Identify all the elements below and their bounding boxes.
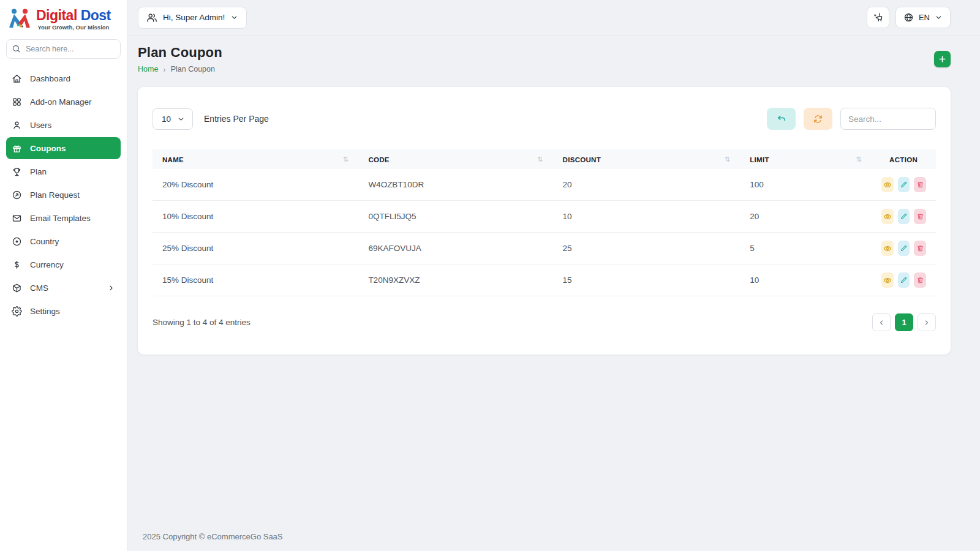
cell-name: 10% Discount — [153, 201, 358, 233]
app-root: Digital Dost Your Growth, Our Mission Da… — [0, 0, 980, 551]
cell-discount: 15 — [553, 264, 741, 296]
clear-cache-button[interactable] — [867, 7, 889, 28]
copyright-text: 2025 Copyright © eCommerceGo SaaS — [138, 532, 951, 541]
cell-name: 20% Discount — [153, 169, 358, 201]
delete-button[interactable] — [914, 272, 926, 288]
eye-icon — [883, 276, 892, 285]
add-coupon-button[interactable] — [934, 51, 951, 67]
sidebar-item-label: Currency — [30, 260, 64, 269]
entries-per-page-value: 10 — [162, 114, 171, 124]
table-row: 20% Discount W4OZBT10DR 20 100 — [153, 169, 936, 201]
cell-limit: 100 — [740, 169, 872, 201]
chevron-left-icon — [878, 319, 885, 326]
sidebar-item-plan-request[interactable]: Plan Request — [6, 184, 121, 206]
sidebar-item-label: Settings — [30, 307, 60, 316]
pagination-page-1-button[interactable]: 1 — [895, 313, 913, 331]
entries-per-page-select[interactable]: 10 — [153, 108, 193, 130]
sidebar-item-label: CMS — [30, 283, 48, 293]
breadcrumb: Home Plan Coupon — [138, 65, 222, 73]
delete-button[interactable] — [914, 209, 926, 224]
sidebar-search-input[interactable] — [6, 39, 121, 59]
plus-icon — [938, 54, 947, 64]
view-button[interactable] — [881, 177, 894, 192]
view-button[interactable] — [881, 209, 894, 224]
column-header-code[interactable]: CODE — [358, 149, 552, 169]
column-header-discount[interactable]: DISCOUNT — [553, 149, 741, 169]
sidebar-item-country[interactable]: Country — [6, 230, 121, 252]
cell-discount: 25 — [553, 233, 741, 264]
undo-button[interactable] — [767, 108, 796, 130]
refresh-button[interactable] — [804, 108, 832, 130]
brand-tagline: Your Growth, Our Mission — [36, 24, 111, 31]
sidebar-item-email-templates[interactable]: Email Templates — [6, 207, 121, 229]
cell-name: 25% Discount — [153, 233, 358, 264]
pencil-icon — [900, 181, 908, 189]
sidebar-item-label: Coupons — [30, 144, 66, 153]
sidebar-item-coupons[interactable]: Coupons — [6, 137, 121, 159]
sidebar-item-users[interactable]: Users — [6, 114, 121, 136]
column-header-action: ACTION — [872, 149, 936, 169]
mail-icon — [12, 213, 22, 223]
sort-icon — [725, 156, 731, 163]
delete-button[interactable] — [914, 177, 926, 192]
pencil-icon — [900, 244, 908, 252]
cell-discount: 20 — [553, 169, 741, 201]
chevron-right-icon — [923, 319, 930, 326]
trash-icon — [916, 276, 924, 284]
user-menu-button[interactable]: Hi, Super Admin! — [138, 7, 247, 29]
sidebar-item-currency[interactable]: Currency — [6, 253, 121, 276]
dollar-icon — [12, 260, 22, 270]
breadcrumb-home-link[interactable]: Home — [138, 65, 158, 73]
cell-limit: 5 — [740, 233, 872, 264]
edit-button[interactable] — [898, 209, 910, 224]
brand-logo[interactable]: Digital Dost Your Growth, Our Mission — [0, 0, 127, 36]
eye-icon — [883, 244, 892, 253]
globe-icon — [903, 12, 914, 23]
sidebar-item-label: Users — [30, 121, 51, 130]
pagination-prev-button[interactable] — [872, 313, 891, 331]
chevron-down-icon — [177, 115, 185, 123]
column-header-limit[interactable]: LIMIT — [740, 149, 872, 169]
pagination: 1 — [872, 313, 936, 331]
table-search-input[interactable] — [840, 108, 936, 130]
broom-icon — [872, 12, 884, 23]
cell-code: 69KAFOVUJA — [358, 233, 552, 264]
coupons-card: 10 Entries Per Page — [138, 87, 951, 354]
chevron-right-icon — [107, 284, 115, 292]
home-icon — [12, 73, 22, 84]
sidebar-item-label: Email Templates — [30, 214, 91, 223]
chevron-down-icon — [935, 13, 943, 21]
arrow-up-right-circle-icon — [12, 190, 22, 200]
language-code: EN — [919, 13, 930, 22]
grid-icon — [12, 97, 22, 107]
sidebar-item-cms[interactable]: CMS — [6, 277, 121, 299]
pagination-next-button[interactable] — [918, 313, 936, 331]
trash-icon — [916, 181, 924, 189]
cell-code: T20N9XZVXZ — [358, 264, 552, 296]
column-header-name[interactable]: NAME — [153, 149, 358, 169]
view-button[interactable] — [881, 241, 894, 256]
delete-button[interactable] — [914, 241, 926, 256]
sidebar-item-label: Plan — [30, 167, 47, 176]
user-icon — [12, 120, 22, 130]
view-button[interactable] — [881, 272, 894, 288]
edit-button[interactable] — [898, 241, 910, 256]
edit-button[interactable] — [898, 272, 910, 288]
entries-summary: Showing 1 to 4 of 4 entries — [153, 318, 251, 327]
sidebar-item-label: Dashboard — [30, 74, 70, 83]
trophy-icon — [12, 167, 22, 177]
sidebar-item-dashboard[interactable]: Dashboard — [6, 67, 121, 89]
cell-name: 15% Discount — [153, 264, 358, 296]
page-content: Plan Coupon Home Plan Coupon 10 — [127, 36, 980, 551]
sidebar-item-settings[interactable]: Settings — [6, 300, 121, 322]
language-selector[interactable]: EN — [895, 7, 951, 28]
sidebar-nav: Dashboard Add-on Manager Users Coupons P… — [0, 67, 127, 322]
edit-button[interactable] — [898, 177, 910, 192]
cell-code: 0QTFLI5JQ5 — [358, 201, 552, 233]
eye-icon — [883, 181, 892, 189]
sidebar-item-plan[interactable]: Plan — [6, 160, 121, 182]
sidebar-item-addon-manager[interactable]: Add-on Manager — [6, 91, 121, 113]
sidebar: Digital Dost Your Growth, Our Mission Da… — [0, 0, 127, 551]
gear-icon — [12, 306, 22, 317]
breadcrumb-current: Plan Coupon — [171, 65, 215, 73]
